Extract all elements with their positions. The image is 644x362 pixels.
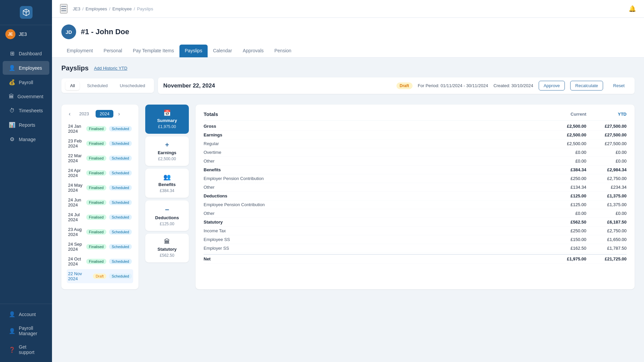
sidebar-item-timesheets[interactable]: ⏱ Timesheets xyxy=(3,104,49,117)
payslip-date-label: 24 Jul 2024 xyxy=(68,212,84,222)
sidebar-item-label: Reports xyxy=(19,122,35,128)
employee-name: #1 - John Doe xyxy=(81,27,129,36)
payslip-row[interactable]: 22 Nov 2024 Draft Scheduled xyxy=(67,269,133,283)
topbar-right: 🔔 xyxy=(629,5,636,12)
summary-card-statutory[interactable]: 🏛 Statutory £562.50 xyxy=(145,234,189,262)
sidebar-item-label: Employees xyxy=(19,65,42,71)
sidebar-item-manage[interactable]: ⚙ Manage xyxy=(3,132,49,146)
dashboard-icon: ⊞ xyxy=(9,50,15,57)
sidebar-item-label: Payroll xyxy=(19,80,33,85)
totals-row-label: Employer Pension Contribution xyxy=(204,176,546,181)
totals-row-ytd: £2,984.34 xyxy=(586,167,627,172)
totals-row-ytd: £27,500.00 xyxy=(586,124,627,129)
breadcrumb-employees[interactable]: Employees xyxy=(86,6,107,11)
summary-card-deductions[interactable]: – Deductions £125.00 xyxy=(145,200,189,231)
payslip-type-badge: Scheduled xyxy=(109,229,132,235)
filter-unscheduled-button[interactable]: Unscheduled xyxy=(115,81,150,90)
payslip-row[interactable]: 24 Sep 2024 Finalised Scheduled xyxy=(67,240,133,254)
tab-calendar[interactable]: Calendar xyxy=(208,45,237,57)
hamburger-button[interactable]: ☰ xyxy=(60,4,67,13)
payslip-date-label: 24 Oct 2024 xyxy=(68,256,84,266)
totals-row: Net £1,975.00 £21,725.00 xyxy=(204,254,627,263)
summary-card-earnings[interactable]: + Earnings £2,500.00 xyxy=(145,136,189,166)
payslip-row[interactable]: 24 Jan 2024 Finalised Scheduled xyxy=(67,122,133,136)
totals-row-current: £150.00 xyxy=(546,237,586,242)
employee-avatar: JD xyxy=(61,24,76,39)
payslip-date-label: 24 Sep 2024 xyxy=(68,242,84,252)
totals-row-ytd: £0.00 xyxy=(586,159,627,164)
totals-row-current: £562.50 xyxy=(546,220,586,225)
payslip-row[interactable]: 24 Apr 2024 Finalised Scheduled xyxy=(67,166,133,180)
notification-icon[interactable]: 🔔 xyxy=(629,5,636,12)
summary-card-benefits[interactable]: 👥 Benefits £384.34 xyxy=(145,169,189,198)
payslip-date-label: 24 Jan 2024 xyxy=(68,124,84,134)
sidebar-item-reports[interactable]: 📊 Reports xyxy=(3,118,49,132)
totals-row-current: £1,975.00 xyxy=(546,256,586,261)
reset-button[interactable]: Reset xyxy=(608,81,629,90)
payroll-manager-icon: 👤 xyxy=(9,328,15,334)
payslip-type-badge: Scheduled xyxy=(109,274,132,279)
page-content: JD #1 - John Doe Employment Personal Pay… xyxy=(52,18,644,362)
reports-icon: 📊 xyxy=(9,122,15,128)
sidebar-bottom: 👤 Account 👤 Payroll Manager ❓ Get suppor… xyxy=(0,304,52,362)
sidebar-item-payroll-manager[interactable]: 👤 Payroll Manager xyxy=(3,322,49,340)
year-2023-button[interactable]: 2023 xyxy=(75,110,93,118)
company-name: JE3 xyxy=(19,32,27,37)
statutory-label: Statutory xyxy=(149,247,185,252)
approve-button[interactable]: Approve xyxy=(539,81,565,90)
sidebar-item-get-support[interactable]: ❓ Get support xyxy=(3,341,49,359)
filter-bar: All Scheduled Unscheduled xyxy=(61,78,154,93)
year-prev-button[interactable]: ‹ xyxy=(67,110,72,118)
totals-row-ytd: £1,375.00 xyxy=(586,202,627,207)
payslip-row[interactable]: 24 Jul 2024 Finalised Scheduled xyxy=(67,210,133,224)
filter-all-button[interactable]: All xyxy=(65,81,79,90)
employee-title: JD #1 - John Doe xyxy=(61,24,635,39)
totals-row: Gross £2,500.00 £27,500.00 xyxy=(204,122,627,131)
totals-row: Benefits £384.34 £2,984.34 xyxy=(204,166,627,174)
tab-personal[interactable]: Personal xyxy=(98,45,127,57)
totals-row: Overtime £0.00 £0.00 xyxy=(204,148,627,157)
sidebar-logo xyxy=(0,0,52,25)
payslip-row[interactable]: 24 Oct 2024 Finalised Scheduled xyxy=(67,254,133,268)
payslip-status-badge: Finalised xyxy=(86,244,106,249)
breadcrumb-employee[interactable]: Employee xyxy=(112,6,132,11)
tab-pension[interactable]: Pension xyxy=(269,45,297,57)
payslip-status-badge: Finalised xyxy=(86,200,106,205)
payslip-row[interactable]: 24 Jun 2024 Finalised Scheduled xyxy=(67,195,133,209)
tab-employment[interactable]: Employment xyxy=(61,45,98,57)
totals-row-label: Other xyxy=(204,159,546,164)
totals-row-label: Net xyxy=(204,256,546,261)
sidebar-nav: ⊞ Dashboard 👤 Employees 💰 Payroll 🏛 Gove… xyxy=(0,43,52,304)
sidebar-item-employees[interactable]: 👤 Employees xyxy=(3,61,49,75)
sidebar-item-payroll[interactable]: 💰 Payroll xyxy=(3,75,49,89)
recalculate-button[interactable]: Recalculate xyxy=(570,81,603,90)
date-bar: November 22, 2024 Draft For Period: 01/1… xyxy=(158,77,635,94)
year-2024-button[interactable]: 2024 xyxy=(96,110,113,118)
payslips-layout: ‹ 2023 2024 › 24 Jan 2024 Finalised Sche… xyxy=(61,105,635,289)
payslip-row[interactable]: 23 Feb 2024 Finalised Scheduled xyxy=(67,136,133,150)
add-historic-button[interactable]: Add Historic YTD xyxy=(94,66,127,71)
sidebar-item-account[interactable]: 👤 Account xyxy=(3,307,49,321)
year-next-button[interactable]: › xyxy=(116,110,122,118)
payslip-row[interactable]: 24 May 2024 Finalised Scheduled xyxy=(67,181,133,195)
summary-card-label: Summary xyxy=(149,118,185,123)
payslip-date: November 22, 2024 xyxy=(163,82,391,89)
totals-row-label: Other xyxy=(204,185,546,190)
government-icon: 🏛 xyxy=(9,94,14,100)
payslip-status-badge: Finalised xyxy=(86,126,106,131)
tab-approvals[interactable]: Approvals xyxy=(237,45,269,57)
summary-card-summary[interactable]: 📅 Summary £1,975.00 xyxy=(145,105,189,134)
totals-row-current: £250.00 xyxy=(546,228,586,233)
payslip-status-badge: Finalised xyxy=(86,185,106,190)
sidebar-item-dashboard[interactable]: ⊞ Dashboard xyxy=(3,47,49,60)
filter-scheduled-button[interactable]: Scheduled xyxy=(82,81,112,90)
totals-panel: Totals Current YTD Gross £2,500.00 £27,5… xyxy=(196,105,635,289)
section-header: Payslips Add Historic YTD xyxy=(61,64,635,72)
sidebar-item-government[interactable]: 🏛 Government xyxy=(3,90,49,103)
company-selector[interactable]: JE JE3 xyxy=(0,25,52,43)
payslip-row[interactable]: 22 Mar 2024 Finalised Scheduled xyxy=(67,151,133,165)
payslip-row[interactable]: 23 Aug 2024 Finalised Scheduled xyxy=(67,225,133,239)
tab-pay-template[interactable]: Pay Template Items xyxy=(127,45,179,57)
breadcrumb-je3[interactable]: JE3 xyxy=(73,6,80,11)
tab-payslips[interactable]: Payslips xyxy=(179,45,208,57)
